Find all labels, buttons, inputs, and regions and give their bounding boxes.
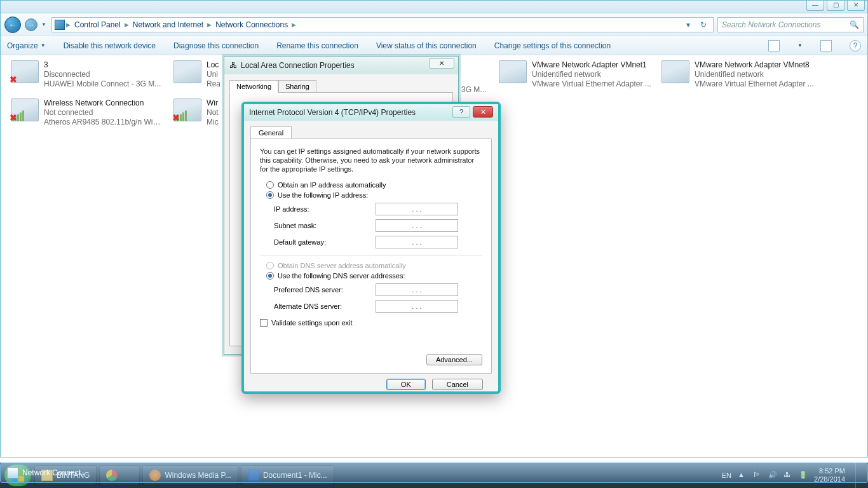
default-gateway-input[interactable]: . . .: [376, 236, 458, 248]
change-settings-button[interactable]: Change settings of this connection: [494, 41, 611, 50]
advanced-button[interactable]: Advanced...: [426, 354, 482, 365]
subnet-mask-input[interactable]: . . .: [376, 219, 458, 232]
radio-obtain-ip-auto[interactable]: Obtain an IP address automatically: [266, 181, 482, 189]
back-button[interactable]: ←: [4, 17, 21, 33]
general-panel: You can get IP settings assigned automat…: [250, 139, 492, 374]
dialog-titlebar[interactable]: Internet Protocol Version 4 (TCP/IPv4) P…: [244, 104, 498, 121]
connection-status: Uni: [207, 70, 220, 79]
radio-icon: [266, 272, 274, 280]
chevron-down-icon: ▼: [41, 43, 46, 48]
minimize-button[interactable]: —: [806, 1, 824, 11]
refresh-icon[interactable]: ↻: [696, 20, 710, 29]
dialog-titlebar[interactable]: 🖧 Local Area Connection Properties ✕: [224, 57, 458, 74]
close-button[interactable]: ✕: [429, 58, 454, 69]
alternate-dns-input[interactable]: . . .: [376, 300, 458, 313]
tab-networking[interactable]: Networking: [229, 80, 278, 93]
connection-name: Wireless Network Connection: [44, 98, 163, 108]
address-dropdown-icon[interactable]: ▾: [681, 20, 695, 29]
breadcrumb[interactable]: Control Panel: [72, 20, 123, 29]
radio-icon: [266, 262, 274, 269]
connection-device: VMware Virtual Ethernet Adapter ...: [695, 79, 814, 89]
connection-status: Unidentified network: [695, 70, 814, 79]
radio-icon: [266, 191, 274, 199]
wifi-icon: ✖: [173, 98, 201, 121]
connection-device: Atheros AR9485 802.11b/g/n WiFi...: [44, 118, 163, 127]
connection-item[interactable]: VMware Network Adapter VMnet1Unidentifie…: [499, 60, 651, 89]
connection-device: VMware Virtual Ethernet Adapter ...: [532, 79, 651, 89]
close-button[interactable]: ✕: [847, 1, 865, 11]
forward-button[interactable]: →: [25, 18, 37, 31]
chevron-right-icon[interactable]: ▶: [66, 22, 71, 28]
radio-use-ip[interactable]: Use the following IP address:: [266, 191, 482, 199]
cancel-button[interactable]: Cancel: [432, 379, 483, 390]
connection-device: Mic: [207, 118, 219, 127]
explorer-titlebar[interactable]: — ▢ ✕: [1, 1, 867, 13]
organize-menu[interactable]: Organize▼: [7, 41, 46, 50]
adapter-icon: [661, 60, 689, 83]
history-dropdown-icon[interactable]: ▼: [41, 22, 48, 27]
explorer-icon: [7, 467, 18, 478]
adapter-icon: [173, 60, 201, 83]
chevron-down-icon[interactable]: ▼: [797, 43, 803, 48]
adapter-icon: [499, 60, 527, 83]
connection-item[interactable]: ✖3DisconnectedHUAWEI Mobile Connect - 3G…: [11, 60, 163, 89]
connection-name: 3: [44, 60, 161, 70]
help-icon[interactable]: ?: [850, 40, 861, 51]
dialog-title: Internet Protocol Version 4 (TCP/IPv4) P…: [249, 108, 416, 117]
connection-device: HUAWEI Mobile Connect - 3G M...: [44, 79, 161, 89]
radio-use-dns[interactable]: Use the following DNS server addresses:: [266, 272, 482, 280]
ok-button[interactable]: OK: [386, 379, 426, 390]
adapter-icon: ✖: [11, 60, 39, 83]
address-bar[interactable]: ▶ Control Panel ▶ Network and Internet ▶…: [51, 17, 714, 32]
ip-address-input[interactable]: . . .: [376, 203, 458, 215]
chevron-right-icon[interactable]: ▶: [292, 22, 296, 28]
taskbar-item-label: Network Connect...: [22, 468, 87, 477]
ip-address-label: IP address:: [274, 205, 376, 213]
connection-name: Wir: [207, 98, 219, 108]
connection-item[interactable]: VMware Network Adapter VMnet8Unidentifie…: [661, 60, 814, 89]
tab-general[interactable]: General: [250, 126, 292, 139]
search-icon: 🔍: [850, 20, 859, 29]
help-button[interactable]: ?: [452, 106, 470, 118]
connection-name: VMware Network Adapter VMnet1: [532, 60, 651, 70]
disable-device-button[interactable]: Disable this network device: [64, 41, 156, 50]
dialog-title: Local Area Connection Properties: [241, 61, 355, 70]
taskbar-item-explorer[interactable]: Network Connect...: [0, 463, 868, 483]
alternate-dns-label: Alternate DNS server:: [274, 302, 376, 310]
truncated-device-text: 3G M...: [461, 85, 486, 94]
connection-status: Not: [207, 108, 219, 118]
rename-button[interactable]: Rename this connection: [276, 41, 358, 50]
chevron-right-icon[interactable]: ▶: [207, 22, 212, 28]
connection-device: Rea: [207, 79, 220, 89]
wifi-icon: ✖: [11, 98, 39, 121]
breadcrumb[interactable]: Network and Internet: [130, 20, 206, 29]
connection-name: VMware Network Adapter VMnet8: [695, 60, 814, 70]
connection-status: Not connected: [44, 108, 163, 118]
maximize-button[interactable]: ▢: [827, 1, 844, 11]
description-text: You can get IP settings assigned automat…: [260, 147, 482, 173]
view-options-icon[interactable]: [768, 40, 780, 51]
diagnose-button[interactable]: Diagnose this connection: [173, 41, 259, 50]
location-icon: [55, 20, 65, 30]
chevron-right-icon[interactable]: ▶: [125, 22, 129, 28]
connection-item[interactable]: ✖Wireless Network ConnectionNot connecte…: [11, 98, 163, 127]
default-gateway-label: Default gateway:: [274, 238, 376, 246]
preview-pane-icon[interactable]: [820, 40, 832, 51]
close-button[interactable]: ✕: [473, 106, 493, 118]
connection-status: Unidentified network: [532, 70, 651, 79]
radio-obtain-dns-auto: Obtain DNS server address automatically: [266, 262, 482, 269]
nav-toolbar: ← → ▼ ▶ Control Panel ▶ Network and Inte…: [1, 13, 867, 36]
validate-checkbox[interactable]: Validate settings upon exit: [260, 319, 482, 327]
search-placeholder: Search Network Connections: [722, 20, 820, 29]
search-input[interactable]: Search Network Connections 🔍: [717, 17, 864, 32]
connection-name: Loc: [207, 60, 220, 70]
view-status-button[interactable]: View status of this connection: [376, 41, 477, 50]
preferred-dns-input[interactable]: . . .: [376, 283, 458, 296]
preferred-dns-label: Preferred DNS server:: [274, 286, 376, 294]
breadcrumb[interactable]: Network Connections: [213, 20, 290, 29]
subnet-mask-label: Subnet mask:: [274, 222, 376, 229]
tab-sharing[interactable]: Sharing: [278, 80, 316, 93]
checkbox-icon: [260, 319, 268, 327]
command-bar: Organize▼ Disable this network device Di…: [1, 36, 867, 55]
adapter-icon: 🖧: [229, 61, 237, 70]
